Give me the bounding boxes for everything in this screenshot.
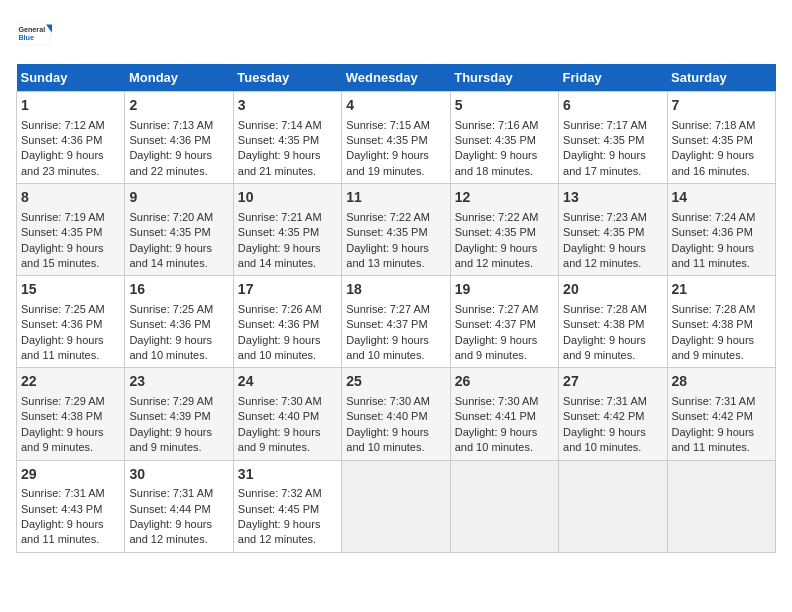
- calendar-cell: 1 Sunrise: 7:12 AM Sunset: 4:36 PM Dayli…: [17, 92, 125, 184]
- day-number: 29: [21, 465, 120, 485]
- day-number: 28: [672, 372, 771, 392]
- calendar-cell: 31 Sunrise: 7:32 AM Sunset: 4:45 PM Dayl…: [233, 460, 341, 552]
- calendar-week-row: 8 Sunrise: 7:19 AM Sunset: 4:35 PM Dayli…: [17, 184, 776, 276]
- calendar-cell: 19 Sunrise: 7:27 AM Sunset: 4:37 PM Dayl…: [450, 276, 558, 368]
- sunrise-label: Sunrise: 7:31 AM: [563, 395, 647, 407]
- sunrise-label: Sunrise: 7:21 AM: [238, 211, 322, 223]
- sunset-label: Sunset: 4:38 PM: [563, 318, 644, 330]
- daylight-label: Daylight: 9 hours and 21 minutes.: [238, 149, 321, 176]
- sunrise-label: Sunrise: 7:30 AM: [238, 395, 322, 407]
- day-number: 6: [563, 96, 662, 116]
- day-of-week-header: Tuesday: [233, 64, 341, 92]
- daylight-label: Daylight: 9 hours and 10 minutes.: [455, 426, 538, 453]
- calendar-cell: 11 Sunrise: 7:22 AM Sunset: 4:35 PM Dayl…: [342, 184, 450, 276]
- calendar-cell: [450, 460, 558, 552]
- day-number: 22: [21, 372, 120, 392]
- calendar-cell: 22 Sunrise: 7:29 AM Sunset: 4:38 PM Dayl…: [17, 368, 125, 460]
- daylight-label: Daylight: 9 hours and 12 minutes.: [238, 518, 321, 545]
- sunrise-label: Sunrise: 7:29 AM: [129, 395, 213, 407]
- day-of-week-header: Monday: [125, 64, 233, 92]
- sunset-label: Sunset: 4:36 PM: [672, 226, 753, 238]
- calendar-cell: 30 Sunrise: 7:31 AM Sunset: 4:44 PM Dayl…: [125, 460, 233, 552]
- svg-text:General: General: [18, 25, 45, 34]
- daylight-label: Daylight: 9 hours and 10 minutes.: [238, 334, 321, 361]
- daylight-label: Daylight: 9 hours and 9 minutes.: [455, 334, 538, 361]
- sunset-label: Sunset: 4:35 PM: [346, 226, 427, 238]
- sunset-label: Sunset: 4:38 PM: [21, 410, 102, 422]
- sunrise-label: Sunrise: 7:14 AM: [238, 119, 322, 131]
- daylight-label: Daylight: 9 hours and 11 minutes.: [21, 334, 104, 361]
- sunset-label: Sunset: 4:35 PM: [455, 226, 536, 238]
- daylight-label: Daylight: 9 hours and 10 minutes.: [563, 426, 646, 453]
- sunrise-label: Sunrise: 7:31 AM: [129, 487, 213, 499]
- daylight-label: Daylight: 9 hours and 17 minutes.: [563, 149, 646, 176]
- day-number: 25: [346, 372, 445, 392]
- daylight-label: Daylight: 9 hours and 18 minutes.: [455, 149, 538, 176]
- daylight-label: Daylight: 9 hours and 9 minutes.: [672, 334, 755, 361]
- day-number: 17: [238, 280, 337, 300]
- sunset-label: Sunset: 4:42 PM: [672, 410, 753, 422]
- sunrise-label: Sunrise: 7:22 AM: [455, 211, 539, 223]
- daylight-label: Daylight: 9 hours and 11 minutes.: [672, 242, 755, 269]
- calendar-cell: 28 Sunrise: 7:31 AM Sunset: 4:42 PM Dayl…: [667, 368, 775, 460]
- daylight-label: Daylight: 9 hours and 15 minutes.: [21, 242, 104, 269]
- calendar-cell: 7 Sunrise: 7:18 AM Sunset: 4:35 PM Dayli…: [667, 92, 775, 184]
- sunrise-label: Sunrise: 7:18 AM: [672, 119, 756, 131]
- daylight-label: Daylight: 9 hours and 9 minutes.: [129, 426, 212, 453]
- calendar-cell: 13 Sunrise: 7:23 AM Sunset: 4:35 PM Dayl…: [559, 184, 667, 276]
- sunrise-label: Sunrise: 7:30 AM: [455, 395, 539, 407]
- day-number: 5: [455, 96, 554, 116]
- daylight-label: Daylight: 9 hours and 12 minutes.: [563, 242, 646, 269]
- sunrise-label: Sunrise: 7:23 AM: [563, 211, 647, 223]
- sunrise-label: Sunrise: 7:28 AM: [563, 303, 647, 315]
- calendar-week-row: 1 Sunrise: 7:12 AM Sunset: 4:36 PM Dayli…: [17, 92, 776, 184]
- sunrise-label: Sunrise: 7:25 AM: [129, 303, 213, 315]
- day-of-week-header: Saturday: [667, 64, 775, 92]
- sunrise-label: Sunrise: 7:16 AM: [455, 119, 539, 131]
- sunset-label: Sunset: 4:35 PM: [238, 226, 319, 238]
- sunset-label: Sunset: 4:35 PM: [563, 226, 644, 238]
- day-number: 11: [346, 188, 445, 208]
- svg-text:Blue: Blue: [18, 33, 34, 42]
- sunset-label: Sunset: 4:45 PM: [238, 503, 319, 515]
- sunset-label: Sunset: 4:35 PM: [238, 134, 319, 146]
- daylight-label: Daylight: 9 hours and 11 minutes.: [21, 518, 104, 545]
- calendar-week-row: 29 Sunrise: 7:31 AM Sunset: 4:43 PM Dayl…: [17, 460, 776, 552]
- day-number: 7: [672, 96, 771, 116]
- sunrise-label: Sunrise: 7:12 AM: [21, 119, 105, 131]
- daylight-label: Daylight: 9 hours and 9 minutes.: [21, 426, 104, 453]
- sunset-label: Sunset: 4:42 PM: [563, 410, 644, 422]
- day-number: 15: [21, 280, 120, 300]
- calendar-cell: 26 Sunrise: 7:30 AM Sunset: 4:41 PM Dayl…: [450, 368, 558, 460]
- daylight-label: Daylight: 9 hours and 10 minutes.: [129, 334, 212, 361]
- day-number: 2: [129, 96, 228, 116]
- calendar-cell: 8 Sunrise: 7:19 AM Sunset: 4:35 PM Dayli…: [17, 184, 125, 276]
- calendar-cell: 6 Sunrise: 7:17 AM Sunset: 4:35 PM Dayli…: [559, 92, 667, 184]
- daylight-label: Daylight: 9 hours and 12 minutes.: [455, 242, 538, 269]
- calendar-cell: 14 Sunrise: 7:24 AM Sunset: 4:36 PM Dayl…: [667, 184, 775, 276]
- calendar-cell: 17 Sunrise: 7:26 AM Sunset: 4:36 PM Dayl…: [233, 276, 341, 368]
- sunset-label: Sunset: 4:44 PM: [129, 503, 210, 515]
- calendar-cell: 27 Sunrise: 7:31 AM Sunset: 4:42 PM Dayl…: [559, 368, 667, 460]
- day-number: 3: [238, 96, 337, 116]
- calendar-cell: 29 Sunrise: 7:31 AM Sunset: 4:43 PM Dayl…: [17, 460, 125, 552]
- calendar-cell: [559, 460, 667, 552]
- calendar-cell: 21 Sunrise: 7:28 AM Sunset: 4:38 PM Dayl…: [667, 276, 775, 368]
- calendar-cell: 25 Sunrise: 7:30 AM Sunset: 4:40 PM Dayl…: [342, 368, 450, 460]
- sunset-label: Sunset: 4:36 PM: [129, 134, 210, 146]
- daylight-label: Daylight: 9 hours and 14 minutes.: [129, 242, 212, 269]
- day-number: 16: [129, 280, 228, 300]
- sunset-label: Sunset: 4:39 PM: [129, 410, 210, 422]
- sunrise-label: Sunrise: 7:30 AM: [346, 395, 430, 407]
- sunrise-label: Sunrise: 7:26 AM: [238, 303, 322, 315]
- sunset-label: Sunset: 4:35 PM: [672, 134, 753, 146]
- calendar-cell: 2 Sunrise: 7:13 AM Sunset: 4:36 PM Dayli…: [125, 92, 233, 184]
- day-number: 1: [21, 96, 120, 116]
- sunrise-label: Sunrise: 7:19 AM: [21, 211, 105, 223]
- calendar-cell: 20 Sunrise: 7:28 AM Sunset: 4:38 PM Dayl…: [559, 276, 667, 368]
- day-number: 20: [563, 280, 662, 300]
- day-number: 24: [238, 372, 337, 392]
- daylight-label: Daylight: 9 hours and 14 minutes.: [238, 242, 321, 269]
- sunrise-label: Sunrise: 7:27 AM: [346, 303, 430, 315]
- day-number: 9: [129, 188, 228, 208]
